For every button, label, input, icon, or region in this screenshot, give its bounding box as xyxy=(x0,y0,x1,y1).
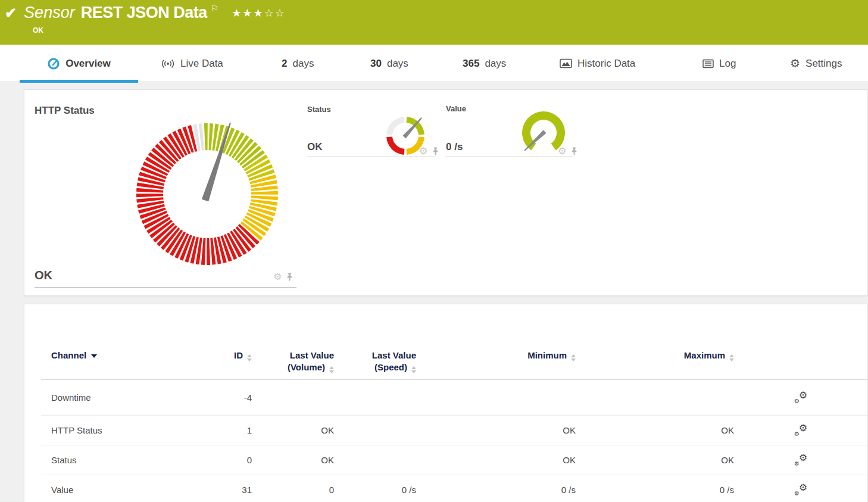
value-value: 0 /s xyxy=(446,141,463,153)
tab-365-days-number: 365 xyxy=(463,58,479,70)
tab-live-data[interactable]: Live Data xyxy=(161,45,223,82)
cell-minimum: OK xyxy=(416,455,576,465)
sort-arrows-icon[interactable] xyxy=(247,354,252,361)
cell-channel: Downtime xyxy=(41,392,188,403)
gear-icon: ⚙ xyxy=(790,57,800,70)
column-header-minimum-label: Minimum xyxy=(527,350,567,360)
area-chart-icon xyxy=(560,58,572,68)
table-header-row: Channel ID Last Value (Volume) Last Valu… xyxy=(41,304,867,380)
divider xyxy=(307,157,435,157)
column-header-id-label: ID xyxy=(234,350,243,360)
column-header-id[interactable]: ID xyxy=(188,350,252,361)
tab-live-data-label: Live Data xyxy=(180,58,223,70)
tab-settings[interactable]: ⚙ Settings xyxy=(790,45,842,82)
column-header-line2: (Speed) xyxy=(374,362,407,372)
http-status-title: HTTP Status xyxy=(35,105,95,117)
sort-arrows-icon[interactable] xyxy=(571,354,576,361)
pin-icon[interactable] xyxy=(286,272,294,282)
cell-id: 0 xyxy=(188,455,252,465)
cell-channel: HTTP Status xyxy=(41,425,188,435)
tab-settings-label: Settings xyxy=(805,58,842,70)
gear-icon[interactable]: ⚙ xyxy=(419,146,427,156)
cell-maximum: 0 /s xyxy=(576,485,734,495)
tab-30-days-number: 30 xyxy=(370,58,382,70)
cell-channel: Status xyxy=(41,455,188,465)
tab-overview[interactable]: Overview xyxy=(20,45,138,82)
gauge-icon xyxy=(47,57,60,70)
column-header-line1: Last Value xyxy=(252,350,334,361)
tab-2-days[interactable]: 2 days xyxy=(282,45,314,82)
column-header-channel-label: Channel xyxy=(51,350,86,360)
value-title: Value xyxy=(446,104,466,113)
cell-last-volume: OK xyxy=(252,425,334,435)
channel-settings-gears-icon[interactable]: ⚙⚙ xyxy=(794,484,808,497)
tab-log-label: Log xyxy=(719,58,736,70)
tab-historic-data-label: Historic Data xyxy=(577,58,635,70)
channels-panel: Channel ID Last Value (Volume) Last Valu… xyxy=(24,304,868,502)
priority-stars[interactable]: ★★★☆☆ xyxy=(232,7,286,20)
tab-30-days[interactable]: 30 days xyxy=(370,45,408,82)
sort-arrows-icon[interactable] xyxy=(411,366,416,373)
divider xyxy=(446,157,573,157)
gauges-panel: HTTP Status OK ⚙ Status OK ⚙ Value 0 /s … xyxy=(24,89,868,296)
status-value: OK xyxy=(307,141,323,153)
http-status-gauge xyxy=(136,123,279,266)
tab-historic-data[interactable]: Historic Data xyxy=(560,45,635,82)
cell-minimum: OK xyxy=(416,425,576,435)
sensor-status-badge: OK xyxy=(33,26,43,35)
column-header-last-value-speed[interactable]: Last Value (Speed) xyxy=(334,350,416,373)
tab-bar: Overview Live Data 2 days 30 days 365 da… xyxy=(0,45,868,82)
tab-30-days-unit: days xyxy=(387,58,408,70)
flag-icon[interactable]: ⚐ xyxy=(211,3,218,14)
channel-settings-gears-icon[interactable]: ⚙⚙ xyxy=(794,454,808,467)
gear-icon[interactable]: ⚙ xyxy=(273,272,282,282)
cell-last-volume: 0 xyxy=(252,485,334,495)
cell-last-speed: 0 /s xyxy=(334,485,416,495)
pin-icon[interactable] xyxy=(570,146,578,156)
status-check-icon: ✔ xyxy=(5,5,17,21)
table-row: Value 31 0 0 /s 0 /s 0 /s ⚙⚙ xyxy=(41,475,867,502)
sensor-header: ✔ Sensor REST JSON Data ⚐ ★★★☆☆ OK xyxy=(0,0,868,45)
cell-minimum: 0 /s xyxy=(416,485,576,495)
tab-overview-label: Overview xyxy=(65,58,111,70)
column-header-channel[interactable]: Channel xyxy=(41,350,188,361)
object-kind-label: Sensor xyxy=(24,4,75,22)
column-header-line1: Last Value xyxy=(334,350,416,361)
divider xyxy=(35,287,296,288)
broadcast-icon xyxy=(161,58,175,69)
cell-id: -4 xyxy=(188,392,252,403)
table-row: Downtime -4 ⚙⚙ xyxy=(41,380,867,416)
channel-settings-gears-icon[interactable]: ⚙⚙ xyxy=(794,424,808,437)
cell-channel: Value xyxy=(41,485,188,495)
sort-caret-icon[interactable] xyxy=(91,354,97,358)
sensor-title: REST JSON Data xyxy=(81,4,207,22)
tab-365-days[interactable]: 365 days xyxy=(463,45,506,82)
tab-log[interactable]: Log xyxy=(702,45,736,82)
pin-icon[interactable] xyxy=(432,146,439,156)
column-header-minimum[interactable]: Minimum xyxy=(416,350,576,361)
column-header-maximum-label: Maximum xyxy=(684,350,725,360)
cell-maximum: OK xyxy=(576,425,734,435)
sort-arrows-icon[interactable] xyxy=(329,366,334,373)
log-list-icon xyxy=(702,59,714,68)
tab-365-days-unit: days xyxy=(485,58,506,70)
channel-settings-gears-icon[interactable]: ⚙⚙ xyxy=(794,391,808,404)
column-header-maximum[interactable]: Maximum xyxy=(576,350,734,361)
cell-last-volume: OK xyxy=(252,455,334,465)
cell-id: 1 xyxy=(188,425,252,435)
http-status-value: OK xyxy=(35,269,52,282)
cell-id: 31 xyxy=(188,485,252,495)
table-row: Status 0 OK OK OK ⚙⚙ xyxy=(41,445,867,475)
status-title: Status xyxy=(307,105,331,114)
column-header-line2: (Volume) xyxy=(288,362,325,372)
table-row: HTTP Status 1 OK OK OK ⚙⚙ xyxy=(41,416,867,445)
column-header-last-value-volume[interactable]: Last Value (Volume) xyxy=(252,350,334,373)
gear-icon[interactable]: ⚙ xyxy=(558,146,566,156)
cell-maximum: OK xyxy=(576,455,734,465)
tab-2-days-number: 2 xyxy=(282,58,287,70)
tab-2-days-unit: days xyxy=(292,58,314,70)
sort-arrows-icon[interactable] xyxy=(729,354,734,361)
